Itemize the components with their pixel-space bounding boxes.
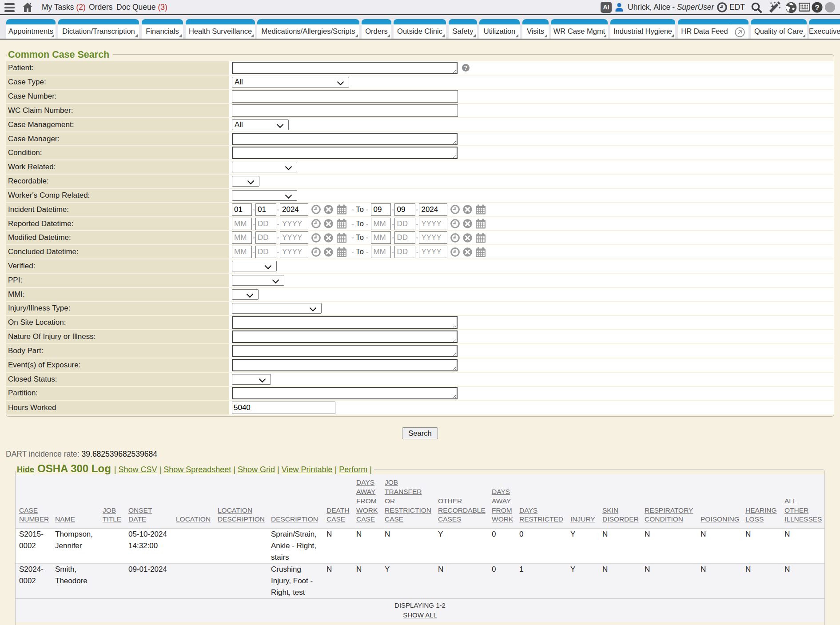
svg-text:?: ? — [815, 4, 819, 12]
